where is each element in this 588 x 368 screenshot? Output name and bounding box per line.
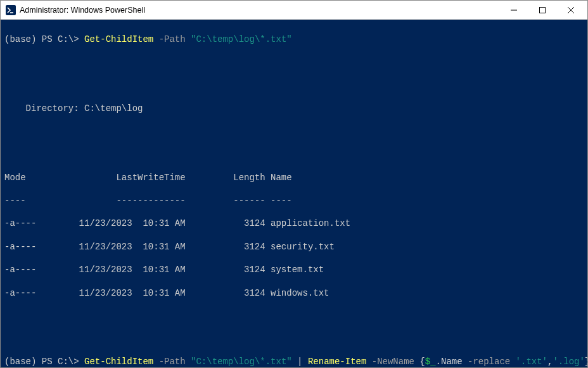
listing-headers: Mode LastWriteTime Length Name bbox=[4, 172, 584, 183]
path-arg: "C:\temp\log\*.txt" bbox=[191, 357, 292, 367]
brace-close: } bbox=[585, 357, 588, 367]
window-buttons bbox=[499, 1, 585, 19]
path-arg: "C:\temp\log\*.txt" bbox=[191, 34, 292, 44]
directory-label: Directory: C:\temp\log bbox=[4, 103, 584, 114]
powershell-icon bbox=[6, 5, 16, 15]
param-flag: -NewName bbox=[366, 357, 419, 367]
param-flag: -Path bbox=[153, 357, 191, 367]
svg-rect-3 bbox=[539, 7, 545, 13]
maximize-button[interactable] bbox=[528, 1, 556, 19]
list-item: -a---- 11/23/2023 10:31 AM 3124 applicat… bbox=[4, 218, 584, 229]
pipeline-var: $_ bbox=[425, 357, 436, 367]
property: .Name bbox=[436, 357, 463, 367]
pipe: | bbox=[292, 357, 308, 367]
string-arg: '.log' bbox=[553, 357, 584, 367]
param-flag: -Path bbox=[153, 34, 191, 44]
terminal-area[interactable]: (base) PS C:\> Get-ChildItem -Path "C:\t… bbox=[1, 20, 587, 367]
operator: -replace bbox=[463, 357, 516, 367]
cmdlet: Get-ChildItem bbox=[84, 34, 153, 44]
list-item: -a---- 11/23/2023 10:31 AM 3124 system.t… bbox=[4, 264, 584, 275]
string-arg: '.txt' bbox=[516, 357, 547, 367]
minimize-button[interactable] bbox=[499, 1, 528, 19]
list-item: -a---- 11/23/2023 10:31 AM 3124 security… bbox=[4, 241, 584, 253]
prompt: (base) PS C:\> bbox=[4, 357, 84, 367]
list-item: -a---- 11/23/2023 10:31 AM 3124 windows.… bbox=[4, 287, 584, 299]
command-line-2: (base) PS C:\> Get-ChildItem -Path "C:\t… bbox=[4, 356, 584, 367]
dir-path: C:\temp\log bbox=[84, 103, 143, 114]
close-button[interactable] bbox=[556, 1, 585, 19]
window-titlebar: Administrator: Windows PowerShell bbox=[1, 1, 587, 20]
cmdlet: Rename-Item bbox=[308, 357, 366, 367]
dir-label-prefix: Directory: bbox=[4, 103, 84, 114]
listing-divider: ---- ------------- ------ ---- bbox=[4, 195, 584, 206]
brace-open: { bbox=[419, 357, 425, 367]
window-title: Administrator: Windows PowerShell bbox=[20, 6, 499, 15]
command-line-1: (base) PS C:\> Get-ChildItem -Path "C:\t… bbox=[4, 34, 584, 45]
prompt: (base) PS C:\> bbox=[4, 34, 84, 44]
cmdlet: Get-ChildItem bbox=[84, 357, 153, 367]
